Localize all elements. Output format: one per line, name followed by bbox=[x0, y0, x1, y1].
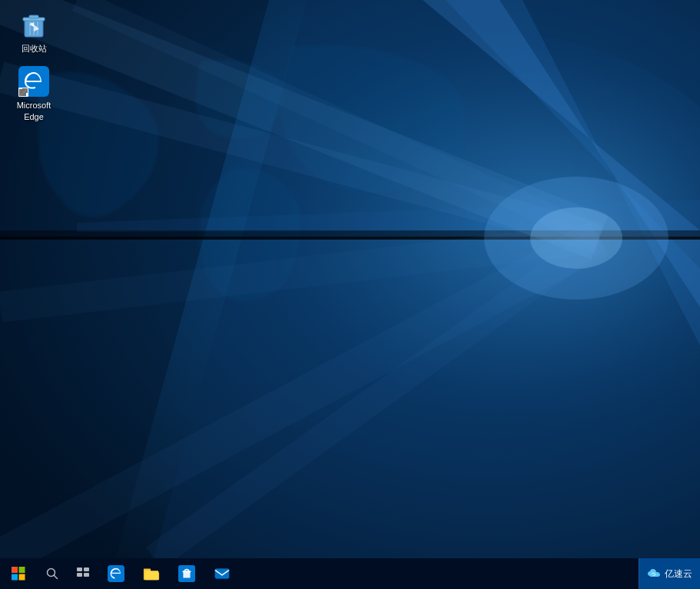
svg-rect-40 bbox=[145, 571, 158, 580]
edge-icon-image bbox=[18, 66, 49, 97]
taskbar-store[interactable] bbox=[169, 558, 204, 589]
svg-rect-19 bbox=[29, 15, 38, 18]
taskbar-apps bbox=[98, 558, 240, 589]
desktop: 回收站 MicrosoftEdge bbox=[0, 0, 700, 558]
yizuyun-tray[interactable]: 亿速云 bbox=[639, 558, 700, 589]
svg-rect-27 bbox=[12, 567, 18, 573]
svg-rect-29 bbox=[12, 574, 18, 581]
taskbar: 亿速云 bbox=[0, 558, 700, 589]
svg-point-16 bbox=[530, 207, 622, 269]
yizuyun-label: 亿速云 bbox=[665, 567, 692, 581]
svg-rect-34 bbox=[84, 567, 89, 571]
svg-rect-36 bbox=[84, 573, 89, 577]
svg-rect-33 bbox=[77, 567, 82, 571]
svg-rect-30 bbox=[19, 574, 25, 581]
start-button[interactable] bbox=[0, 558, 37, 589]
wallpaper bbox=[0, 0, 700, 558]
edge-label: MicrosoftEdge bbox=[17, 100, 51, 122]
edge-desktop-icon[interactable]: MicrosoftEdge bbox=[6, 63, 61, 125]
svg-point-45 bbox=[653, 575, 655, 577]
svg-line-32 bbox=[55, 576, 58, 579]
svg-rect-28 bbox=[19, 567, 25, 573]
taskbar-file-explorer[interactable] bbox=[134, 558, 169, 589]
recycle-bin-label: 回收站 bbox=[22, 43, 47, 54]
taskbar-edge[interactable] bbox=[98, 558, 134, 589]
desktop-icon-area: 回收站 MicrosoftEdge bbox=[0, 0, 68, 137]
system-tray: 亿速云 bbox=[639, 558, 700, 589]
recycle-bin-icon-image bbox=[18, 9, 49, 40]
svg-rect-43 bbox=[215, 569, 229, 579]
taskview-button[interactable] bbox=[68, 558, 98, 589]
svg-rect-35 bbox=[77, 573, 82, 577]
svg-rect-42 bbox=[183, 571, 191, 572]
taskbar-mail[interactable] bbox=[204, 558, 240, 589]
recycle-bin-icon[interactable]: 回收站 bbox=[6, 6, 61, 57]
search-button[interactable] bbox=[37, 558, 68, 589]
